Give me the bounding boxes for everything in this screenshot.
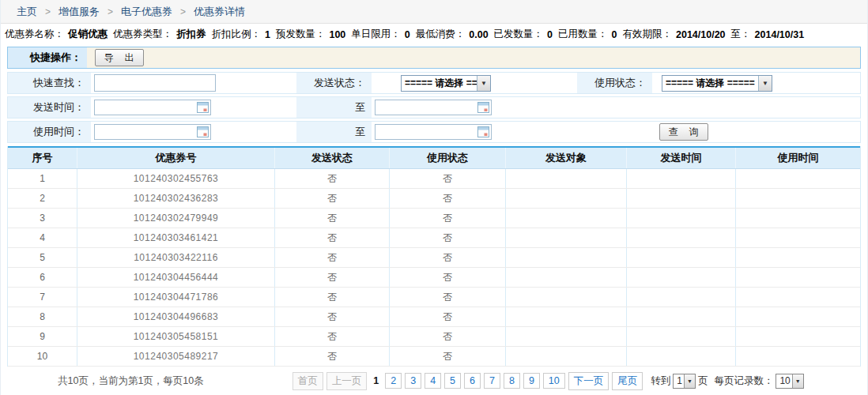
quick-search-input[interactable] [94,74,216,92]
breadcrumb-separator-icon: > [180,6,186,17]
use-status-label: 使用状态： [577,73,652,93]
cell-send-time [626,248,735,267]
cell-use-status: 否 [389,347,505,366]
page-link-5[interactable]: 5 [444,373,461,389]
cell-coupon-no: 101240304496683 [77,307,274,326]
goto-page-selected-value: 1 [674,375,684,386]
quick-search-label: 快速查找： [8,73,91,93]
breadcrumb-home[interactable]: 主页 [17,5,37,19]
filter-row-3: 使用时间： 至 [7,121,861,143]
table-header-row: 序号 优惠券号 发送状态 使用状态 发送对象 发送时间 使用时间 [8,146,860,169]
info-label: 已发数量： [494,28,544,41]
cell-use-time [735,347,860,366]
info-coupon-name: 优惠券名称：促销优惠 [5,28,108,41]
info-value: 0.00 [469,29,488,40]
quick-actions-content: 导 出 [87,47,860,68]
table-row: 6 101240304456444 否 否 [8,268,860,288]
send-time-label: 发送时间： [8,97,91,118]
info-value: 100 [329,29,345,40]
search-button[interactable]: 查 询 [659,123,708,141]
prev-page-button[interactable]: 上一页 [326,372,368,390]
breadcrumb-separator-icon: > [45,6,51,17]
cell-use-time [735,169,860,188]
info-value: 2014/10/20 [676,29,726,40]
table-row: 3 101240302479949 否 否 [8,209,860,228]
pagination: 共10页，当前为第1页，每页10条 首页 上一页 1 2 3 4 5 6 7 8… [1,369,867,393]
export-button[interactable]: 导 出 [95,49,144,66]
breadcrumb-separator-icon: > [108,6,113,17]
cell-use-status: 否 [389,189,505,208]
cell-coupon-no: 101240302436283 [77,189,274,208]
calendar-icon[interactable] [197,102,209,113]
last-page-button[interactable]: 尾页 [612,372,643,390]
use-status-cell: ===== 请选择 ===== ▼ [652,73,860,93]
coupon-detail-page: 主页 > 增值服务 > 电子优惠券 > 优惠券详情 优惠券名称：促销优惠 优惠券… [0,0,868,395]
cell-coupon-no: 101240304471786 [77,288,274,307]
cell-send-time [626,327,735,346]
page-link-9[interactable]: 9 [523,373,540,389]
cell-index: 10 [8,347,77,366]
send-time-from-input[interactable] [95,100,197,115]
send-time-to-picker [375,100,492,115]
header-send-target: 发送对象 [505,148,626,168]
page-link-8[interactable]: 8 [504,373,520,389]
cell-send-target [505,268,626,287]
page-link-4[interactable]: 4 [425,373,441,389]
filter-row-2: 发送时间： 至 [7,96,861,118]
calendar-icon[interactable] [197,126,209,137]
send-status-cell: ===== 请选择 ===== ▼ [372,73,577,93]
info-label: 至： [731,28,751,41]
cell-use-status: 否 [389,228,505,247]
cell-index: 6 [8,268,77,287]
cell-send-target [505,288,626,307]
info-valid-from: 有效期限：2014/10/20 [623,28,726,41]
cell-use-time [735,209,860,228]
use-status-select[interactable]: ===== 请选择 ===== ▼ [662,75,772,92]
cell-send-status: 否 [274,248,389,267]
send-time-to-input[interactable] [376,100,477,115]
table-row: 5 101240303422116 否 否 [8,248,860,268]
info-value: 促销优惠 [68,28,108,41]
breadcrumb-value-added-services[interactable]: 增值服务 [58,5,100,19]
info-issued-count: 已发数量：0 [494,28,553,41]
cell-use-time [735,288,860,307]
dropdown-arrow-icon: ▼ [792,374,803,388]
info-discount-ratio: 折扣比例：1 [212,28,270,41]
cell-send-time [626,288,735,307]
use-time-from-cell [91,122,296,142]
cell-coupon-no: 101240305489217 [77,347,274,366]
page-link-2[interactable]: 2 [385,373,402,389]
info-value: 0 [612,29,617,40]
header-send-status: 发送状态 [274,148,389,168]
use-time-from-input[interactable] [95,125,197,139]
cell-send-status: 否 [274,228,389,247]
table-row: 2 101240302436283 否 否 [8,189,860,209]
calendar-icon[interactable] [477,102,489,113]
send-time-to-cell [372,97,577,118]
page-link-10[interactable]: 10 [543,373,565,389]
page-link-3[interactable]: 3 [405,373,421,389]
cell-use-status: 否 [389,327,505,346]
next-page-button[interactable]: 下一页 [568,372,609,390]
info-label: 单日限用： [351,28,401,41]
send-time-from-picker [94,100,211,115]
cell-index: 7 [8,288,77,307]
breadcrumb-e-coupon[interactable]: 电子优惠券 [121,5,172,19]
calendar-icon[interactable] [477,126,489,137]
use-time-to-input[interactable] [376,125,477,139]
cell-index: 5 [8,248,77,267]
cell-use-time [735,228,860,247]
first-page-button[interactable]: 首页 [292,372,323,390]
goto-page-select[interactable]: 1 ▼ [673,374,696,389]
page-link-7[interactable]: 7 [484,373,500,389]
per-page-select[interactable]: 10 ▼ [776,374,803,389]
send-status-select[interactable]: ===== 请选择 ===== ▼ [401,75,491,92]
page-link-6[interactable]: 6 [464,373,481,389]
table-row: 4 101240303461421 否 否 [8,228,860,248]
cell-send-time [626,228,735,247]
table-row: 8 101240304496683 否 否 [8,307,860,327]
per-page-label: 每页记录数： [714,374,773,388]
cell-use-time [735,307,860,326]
info-label: 已用数量： [558,28,608,41]
info-value: 折扣券 [176,28,206,41]
